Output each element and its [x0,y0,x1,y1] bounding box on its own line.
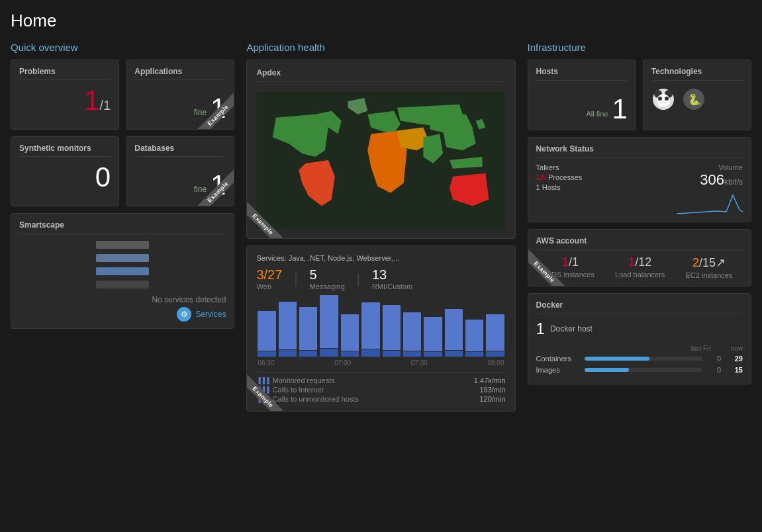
chart-label-1: 07:00 [334,359,351,367]
hosts-number: 1 [612,95,627,123]
bar-group [341,314,359,357]
synthetic-monitors-card[interactable]: Synthetic monitors 0 [11,136,119,206]
talkers-value-stat: 1/5 Processes [536,173,583,181]
ec2-label: EC2 instances [685,271,732,279]
services-card[interactable]: Services: Java, .NET, Node.js, Webserver… [246,245,515,412]
network-left: Talkers 1/5 Processes 1 Hosts [536,163,583,193]
bar-segment-bottom [424,352,442,357]
docker-host-row: 1 Docker host [536,320,743,338]
databases-title: Databases [134,144,226,157]
services-link[interactable]: ⚙ Services [19,307,226,322]
docker-title: Docker [536,300,743,314]
volume-unit: kbit/s [724,177,743,187]
metric-value-2: 120/min [479,395,505,403]
bar-group [403,312,421,357]
bar-segment-bottom [361,349,379,357]
containers-bar-wrap [585,357,702,361]
bar-group [279,302,297,357]
bar-segment-bottom [299,351,317,357]
gear-icon: ⚙ [177,307,191,322]
apdex-ribbon: Example [247,192,293,238]
problems-sub: /1 [100,98,111,112]
svg-point-6 [665,97,669,101]
bar-segment-top [258,311,275,351]
bar-segment-top [320,295,338,348]
sep2: | [357,271,360,287]
hosts-stat: 1 Hosts [536,183,583,191]
aws-card[interactable]: AWS account 1/1 RDS instances 1/12 Load … [528,229,751,287]
page-title: Home [11,11,751,31]
app-health-title: Application health [246,42,515,53]
quick-overview-section: Quick overview Problems 1/1 Applications… [11,42,234,412]
bar-segment-bottom [465,352,483,357]
containers-now-val: 29 [726,355,743,363]
no-services-text: No services detected [19,295,226,304]
services-bar-chart [256,297,505,357]
chart-label-3: 08:00 [488,359,504,367]
bar-segment-top [341,314,359,351]
bar-group [383,305,401,357]
lb-label: Load balancers [615,271,665,279]
applications-ribbon-label: Example [196,93,234,129]
docker-host-count: 1 [536,320,545,338]
svg-point-5 [658,97,662,101]
world-map [256,87,505,233]
docker-card[interactable]: Docker 1 Docker host last Fri now Contai… [528,293,751,384]
databases-card[interactable]: Databases fine 1 Example [126,136,234,206]
python-icon: 🐍 [682,87,706,111]
ec2-value: 2/15↗ [692,255,726,270]
web-value: 3/27 [256,267,282,283]
aws-ribbon: Example [528,240,575,286]
bar-group [258,311,275,357]
smartscape-title: Smartscape [19,220,226,234]
volume-label: Volume [718,163,743,171]
smartscape-wrapper: Smartscape No services detected ⚙ Servic… [11,213,234,329]
bar-group [424,317,442,357]
rmi-metric: 13 RMI/Custom [372,267,412,290]
containers-last-val: 0 [708,355,721,363]
talkers-stat: Talkers [536,163,583,171]
lb-value: 1/12 [628,255,651,269]
bar-segment-bottom [445,351,463,357]
bar-segment-top [445,309,463,350]
bar-segment-top [383,305,401,350]
docker-header-row: last Fri now [536,345,743,352]
infra-top-row: Hosts All fine 1 Technologies [528,60,751,130]
network-hosts-value: 1 [536,183,540,191]
bar-segment-bottom [383,351,401,357]
containers-label: Containers [536,355,579,363]
synthetic-monitors-title: Synthetic monitors [19,144,111,157]
network-status-title: Network Status [536,144,743,158]
apdex-card[interactable]: Apdex [246,60,515,239]
apdex-title: Apdex [256,68,505,82]
technologies-card[interactable]: Technologies 🐍 [643,60,751,130]
databases-ribbon-label: Example [196,170,234,206]
images-label: Images [536,366,579,374]
problems-card[interactable]: Problems 1/1 [11,60,119,130]
bar-segment-bottom [279,350,297,357]
web-label: Web [256,283,282,290]
network-row: Talkers 1/5 Processes 1 Hosts Volume 306… [536,163,743,215]
lb-metric: 1/12 Load balancers [615,255,665,279]
problems-title: Problems [19,67,111,80]
docker-row-containers: Containers 0 29 [536,355,743,363]
quick-overview-grid: Problems 1/1 Applications fine 1 Example… [11,60,234,206]
bar-segment-top [279,302,297,349]
processes-label: Processes [548,173,582,181]
quick-overview-title: Quick overview [11,42,234,53]
hosts-card[interactable]: Hosts All fine 1 [528,60,636,130]
technologies-title: Technologies [651,67,743,81]
problems-number: 1 [84,85,99,116]
metric-row-1: ▐▐▐ Calls to Internet 193/min [256,386,505,394]
images-now-val: 15 [726,366,743,374]
messaging-label: Messaging [310,283,345,290]
rmi-value: 13 [372,267,412,283]
smartscape-card[interactable]: Smartscape No services detected ⚙ Servic… [11,213,234,329]
applications-card[interactable]: Applications fine 1 Example [126,60,234,130]
aws-ribbon-label: Example [528,250,567,286]
bar-segment-bottom [486,351,504,357]
infrastructure-section: Infrastructure Hosts All fine 1 Technolo… [528,42,751,412]
network-status-card[interactable]: Network Status Talkers 1/5 Processes 1 H… [528,137,751,222]
hosts-status: All fine [586,110,608,118]
bar-group [361,302,379,357]
